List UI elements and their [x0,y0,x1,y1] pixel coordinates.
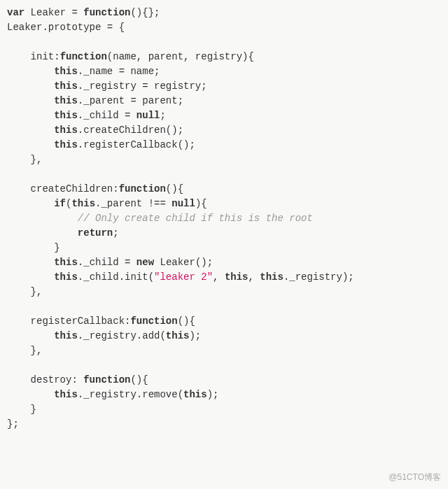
code-token-kw: this [71,198,95,209]
code-token-punc [7,198,54,209]
code-line: registerCallback:function(){ [7,314,442,329]
code-line [7,299,442,314]
code-token-punc: createChildren: [7,183,119,194]
code-token-punc: ._child [78,257,125,268]
code-token-kw: this [54,271,78,283]
code-token-kw: this [54,80,78,92]
code-line: }, [7,153,442,167]
code-token-punc: registerCallback: [7,316,130,327]
watermark-text: @51CTO博客 [388,470,441,485]
code-token-punc [7,257,54,268]
code-token-punc: ){ [195,198,207,209]
code-token-kw: function [60,51,107,62]
code-line: createChildren:function(){ [7,182,442,197]
code-token-punc: ._registry [78,80,142,92]
code-line: this._registry.add(this); [7,329,442,343]
code-token-null: null [136,110,160,121]
code-token-punc: , [213,271,225,283]
code-token-punc [7,213,78,224]
code-token-kw: this [54,95,78,106]
code-token-punc: Leaker [24,7,71,18]
code-token-kw: this [54,389,78,400]
code-token-punc [7,139,54,150]
code-token-op: = [107,22,113,33]
code-token-punc [78,7,83,18]
code-token-punc [7,80,54,92]
code-token-punc: } [7,404,36,415]
code-token-kw: this [166,330,190,341]
code-block: var Leaker = function(){};Leaker.prototy… [0,0,448,437]
code-line: init:function(name, parent, registry){ [7,50,442,64]
code-token-punc: parent; [136,95,183,106]
code-token-kw: function [130,316,177,327]
code-token-punc [7,125,54,136]
code-line: return; [7,226,442,241]
code-token-punc: }, [7,154,42,165]
code-line: this._child = new Leaker(); [7,255,442,270]
code-token-punc: } [7,242,60,253]
code-token-punc: ._name [78,66,119,77]
code-token-op: = [142,80,148,92]
code-token-kw: var [7,7,24,18]
code-token-kw: this [225,271,248,283]
code-token-cmt: // Only create child if this is the root [78,213,313,224]
code-token-punc [7,95,54,106]
code-token-punc: destroy: [7,374,83,385]
code-token-punc [7,227,78,239]
code-line: if(this._parent !== null){ [7,197,442,211]
code-token-punc [7,66,54,77]
code-token-kw: if [54,198,66,209]
code-token-punc: init: [7,51,60,62]
code-token-op: = [71,7,77,18]
code-token-kw: new [136,257,154,268]
code-token-op: = [119,66,125,77]
code-token-punc: registry; [148,80,207,92]
code-token-punc: ._registry); [284,271,354,283]
code-token-punc: (){}; [130,7,160,18]
code-token-punc: ._parent [78,95,131,106]
code-token-punc: ._child [78,110,125,121]
code-line: } [7,402,442,417]
code-token-punc: ._parent [95,198,148,209]
code-token-punc: Leaker.prototype [7,22,107,33]
code-token-punc: ._registry.remove( [78,389,183,400]
code-line: this._child = null; [7,108,442,123]
code-line: this.createChildren(); [7,123,442,138]
code-token-punc: ._registry.add( [78,330,166,341]
code-token-punc: ); [189,330,201,341]
code-line: var Leaker = function(){}; [7,6,442,20]
code-token-punc [7,271,54,283]
code-token-kw: function [83,374,130,385]
code-line: this._registry = registry; [7,79,442,94]
code-token-null: null [172,198,195,209]
code-token-punc: }, [7,345,42,356]
code-token-punc: (){ [130,374,148,385]
code-token-punc [130,110,136,121]
code-line: this._child.init("leaker 2", this, this.… [7,270,442,285]
code-token-punc: ; [160,110,165,121]
code-token-punc [7,110,54,121]
code-line: this.registerCallback(); [7,138,442,153]
code-line: this._registry.remove(this); [7,388,442,402]
code-token-punc: { [113,22,125,33]
code-token-punc: (){ [178,316,195,327]
code-token-kw: this [54,125,78,136]
code-token-punc: ); [207,389,219,400]
code-token-kw: function [119,183,166,194]
code-token-kw: this [54,66,78,77]
code-token-punc: name; [125,66,160,77]
code-token-kw: function [83,7,130,18]
code-token-punc: .registerCallback(); [78,139,195,150]
code-line: } [7,241,442,255]
code-token-punc: ; [113,227,118,239]
code-token-punc: .createChildren(); [78,125,183,136]
code-token-op: !== [148,198,166,209]
code-token-op: = [130,95,136,106]
code-token-punc: , [248,271,260,283]
code-token-kw: this [54,139,78,150]
code-token-str: "leaker 2" [154,271,213,283]
code-token-punc [7,389,54,400]
code-line: this._parent = parent; [7,94,442,108]
code-token-punc [7,330,54,341]
code-line: destroy: function(){ [7,373,442,388]
